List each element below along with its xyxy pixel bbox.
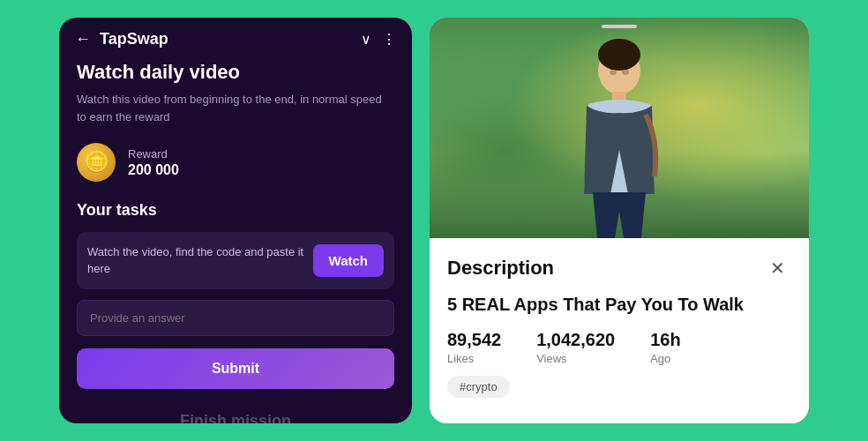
close-button[interactable]: ✕ [763, 254, 791, 282]
svg-point-2 [610, 70, 617, 75]
right-phone-panel: Description ✕ 5 REAL Apps That Pay You T… [430, 18, 809, 423]
reward-label: Reward [128, 147, 179, 161]
page-title: Watch daily video [77, 61, 394, 84]
task-row: Watch the video, find the code and paste… [77, 232, 394, 289]
page-subtitle: Watch this video from beginning to the e… [77, 91, 394, 125]
views-value: 1,042,620 [536, 330, 615, 350]
likes-stat: 89,542 Likes [447, 330, 501, 365]
reward-amount: 200 000 [128, 162, 179, 178]
stats-row: 89,542 Likes 1,042,620 Views 16h Ago [447, 330, 791, 365]
description-header: Description ✕ [447, 254, 791, 282]
crypto-tag[interactable]: #crypto [447, 376, 510, 398]
task-description-text: Watch the video, find the code and paste… [87, 244, 304, 276]
views-stat: 1,042,620 Views [536, 330, 615, 365]
likes-label: Likes [447, 352, 501, 365]
submit-button[interactable]: Submit [77, 348, 394, 389]
tags-row: #crypto [447, 376, 791, 398]
reward-info: Reward 200 000 [128, 147, 179, 178]
ago-label: Ago [650, 352, 680, 365]
likes-value: 89,542 [447, 330, 501, 350]
drag-handle [602, 25, 637, 28]
header-left: ← TapSwap [75, 30, 168, 49]
video-title: 5 REAL Apps That Pay You To Walk [447, 293, 791, 316]
watch-button[interactable]: Watch [313, 244, 384, 277]
coin-icon: 🪙 [77, 143, 116, 182]
reward-box: 🪙 Reward 200 000 [77, 143, 394, 182]
chevron-down-icon[interactable]: ∨ [361, 31, 371, 48]
video-thumbnail[interactable] [430, 18, 809, 238]
phone-content: Watch daily video Watch this video from … [59, 61, 412, 423]
answer-input[interactable] [77, 300, 394, 336]
views-label: Views [536, 352, 615, 365]
back-button[interactable]: ← [75, 30, 91, 49]
svg-point-3 [622, 70, 629, 75]
phone-header: ← TapSwap ∨ ⋮ [59, 18, 412, 61]
svg-point-1 [598, 39, 640, 71]
left-phone-panel: ← TapSwap ∨ ⋮ Watch daily video Watch th… [59, 18, 412, 423]
finish-mission-button[interactable]: Finish mission [77, 403, 394, 423]
more-menu-icon[interactable]: ⋮ [382, 31, 396, 48]
description-panel: Description ✕ 5 REAL Apps That Pay You T… [430, 238, 809, 423]
header-right: ∨ ⋮ [361, 31, 396, 48]
ago-value: 16h [650, 330, 680, 350]
description-title: Description [447, 257, 554, 280]
app-title: TapSwap [100, 30, 168, 49]
tasks-heading: Your tasks [77, 201, 394, 220]
ago-stat: 16h Ago [650, 330, 680, 365]
person-figure [562, 35, 677, 238]
